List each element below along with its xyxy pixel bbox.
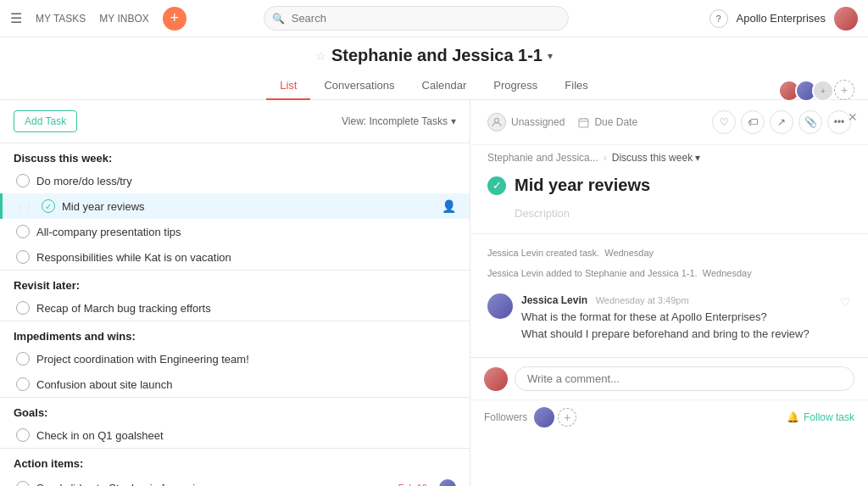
task-name: Project coordination with Engineering te…: [36, 353, 456, 366]
breadcrumb-project[interactable]: Stephanie and Jessica...: [487, 152, 598, 164]
help-button[interactable]: ?: [709, 9, 728, 28]
task-item[interactable]: Do more/do less/try: [0, 168, 470, 193]
bell-icon: 🔔: [787, 411, 799, 423]
assignee-label: Unassigned: [511, 116, 565, 128]
close-button[interactable]: ✕: [848, 110, 858, 124]
my-tasks-link[interactable]: MY TASKS: [36, 13, 86, 25]
section-discuss-this-week: Discuss this week:: [0, 142, 470, 168]
task-checkbox[interactable]: [16, 428, 30, 442]
task-checkbox[interactable]: [16, 301, 30, 315]
task-checkbox[interactable]: [16, 250, 30, 264]
task-complete-check[interactable]: ✓: [487, 176, 506, 195]
task-checkbox[interactable]: [16, 174, 30, 187]
task-name: All-company presentation tips: [36, 226, 456, 238]
view-chevron-icon: ▾: [451, 115, 456, 127]
left-panel-header: Add Task View: Incomplete Tasks ▾: [0, 100, 470, 142]
section-revisit-later: Revisit later:: [0, 270, 470, 295]
comment-line-2: What should I prepare beforehand and bri…: [521, 326, 832, 343]
follower-avatar: [534, 407, 554, 427]
tab-list[interactable]: List: [266, 72, 310, 100]
activity-text-1: Jessica Levin created task.: [487, 248, 599, 258]
task-name-midyear: Mid year reviews: [62, 200, 435, 213]
task-checkbox[interactable]: [16, 377, 30, 391]
task-checkbox[interactable]: [16, 225, 30, 238]
tab-conversations[interactable]: Conversations: [310, 72, 408, 100]
share-button[interactable]: ↗: [770, 110, 793, 134]
activity-time-2: Wednesday: [703, 268, 752, 278]
task-detail-header: Unassigned Due Date ♡ 🏷 ↗ 📎 •••: [470, 100, 868, 145]
task-item[interactable]: Recap of March bug tracking efforts: [0, 295, 470, 321]
activity-text-2: Jessica Levin added to Stephanie and Jes…: [487, 268, 698, 278]
nav-right: ? Apollo Enterprises: [709, 7, 859, 31]
tab-progress[interactable]: Progress: [480, 72, 551, 100]
task-item[interactable]: All-company presentation tips: [0, 219, 470, 244]
like-button[interactable]: ♡: [840, 295, 851, 342]
breadcrumb-chevron-icon: ▾: [695, 152, 700, 164]
task-name: Confusion about site launch: [36, 378, 456, 391]
activity-log-1: Jessica Levin created task. Wednesday: [487, 243, 851, 263]
comment-input-row: [470, 357, 868, 399]
task-name: Responsibilities while Kat is on vacatio…: [36, 251, 456, 264]
due-date-label: Due Date: [594, 116, 637, 128]
task-item[interactable]: Project coordination with Engineering te…: [0, 346, 470, 371]
task-checkbox[interactable]: [16, 481, 30, 486]
page-title-row: ☆ Stephanie and Jessica 1-1 ▾: [0, 46, 868, 65]
follow-task-label: Follow task: [804, 411, 854, 423]
star-icon[interactable]: ☆: [315, 49, 326, 63]
tab-calendar[interactable]: Calendar: [409, 72, 481, 100]
comment-author-name: Jessica Levin: [521, 294, 587, 306]
task-item[interactable]: Send slides to Stephanie for review Feb …: [0, 473, 470, 486]
due-date-selector[interactable]: Due Date: [578, 116, 637, 128]
tag-button[interactable]: 🏷: [741, 110, 765, 134]
task-item[interactable]: Confusion about site launch: [0, 371, 470, 397]
member-avatar-extra: +: [812, 80, 834, 102]
assignee-selector[interactable]: Unassigned: [487, 113, 565, 131]
task-item[interactable]: Responsibilities while Kat is on vacatio…: [0, 244, 470, 270]
comment-line-1: What is the format for these at Apollo E…: [521, 309, 832, 326]
search-input[interactable]: [264, 6, 569, 31]
search-bar: 🔍: [264, 6, 569, 31]
view-selector[interactable]: View: Incomplete Tasks ▾: [342, 115, 456, 127]
description-field[interactable]: Description: [470, 200, 868, 234]
current-user-avatar: [484, 367, 508, 391]
breadcrumb: Stephanie and Jessica... › Discuss this …: [470, 145, 868, 167]
task-checkbox[interactable]: [16, 352, 30, 366]
follow-task-button[interactable]: 🔔 Follow task: [787, 411, 854, 423]
company-name: Apollo Enterprises: [737, 12, 826, 25]
activity-time-1: Wednesday: [604, 248, 654, 258]
comment-item: Jessica Levin Wednesday at 3:49pm What i…: [487, 293, 851, 342]
title-chevron-icon[interactable]: ▾: [548, 50, 553, 62]
svg-point-0: [495, 119, 499, 123]
heart-button[interactable]: ♡: [712, 110, 736, 134]
add-member-button[interactable]: +: [834, 80, 854, 100]
add-task-button[interactable]: Add Task: [14, 110, 77, 132]
page-header: ☆ Stephanie and Jessica 1-1 ▾ List Conve…: [0, 37, 868, 100]
breadcrumb-section[interactable]: Discuss this week ▾: [612, 152, 700, 164]
task-checkbox-done[interactable]: ✓: [42, 199, 55, 213]
detail-actions-right: ♡ 🏷 ↗ 📎 •••: [712, 110, 851, 134]
task-item-selected[interactable]: ⋮⋮ ✓ Mid year reviews 👤: [0, 193, 470, 219]
calendar-icon: [578, 117, 589, 128]
assign-icon[interactable]: 👤: [442, 199, 456, 213]
tab-files[interactable]: Files: [551, 72, 601, 100]
add-follower-button[interactable]: +: [558, 408, 576, 427]
section-goals: Goals:: [0, 397, 470, 422]
comment-input[interactable]: [515, 366, 854, 391]
task-title-row: ✓ Mid year reviews: [470, 167, 868, 200]
top-nav: ☰ MY TASKS MY INBOX + 🔍 ? Apollo Enterpr…: [0, 0, 868, 37]
drag-handle-icon: ⋮⋮: [16, 202, 33, 211]
my-inbox-link[interactable]: MY INBOX: [99, 13, 148, 25]
task-item[interactable]: Check in on Q1 goalsheet: [0, 422, 470, 448]
create-button[interactable]: +: [163, 7, 186, 31]
task-name: Check in on Q1 goalsheet: [36, 429, 456, 442]
section-action-items: Action items:: [0, 448, 470, 473]
page-tabs: List Conversations Calendar Progress Fil…: [0, 72, 868, 100]
search-icon: 🔍: [272, 13, 285, 25]
task-name: Send slides to Stephanie for review: [36, 482, 388, 487]
activity-log-2: Jessica Levin added to Stephanie and Jes…: [487, 263, 851, 283]
attachment-button[interactable]: 📎: [798, 110, 822, 134]
followers-row: Followers + 🔔 Follow task: [470, 399, 868, 434]
activity-section: Jessica Levin created task. Wednesday Je…: [470, 234, 868, 350]
right-panel: ✕ Unassigned Due Date ♡ 🏷 ↗ 📎 •••: [470, 100, 868, 486]
menu-icon[interactable]: ☰: [10, 10, 22, 26]
